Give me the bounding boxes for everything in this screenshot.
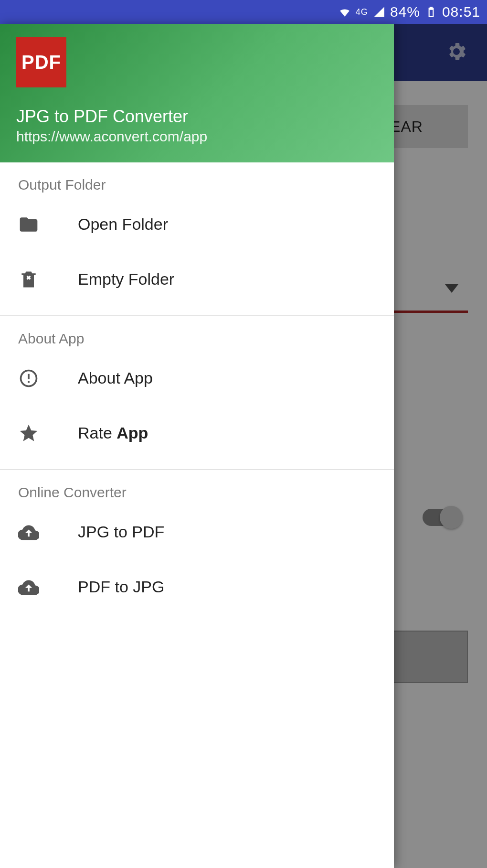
dropdown-caret-icon[interactable]: [445, 284, 458, 293]
section-label-about-app: About App: [0, 331, 394, 351]
network-type: 4G: [356, 7, 368, 17]
app-logo-text: PDF: [21, 52, 61, 73]
menu-item-about-app[interactable]: About App: [0, 351, 394, 406]
clock: 08:51: [442, 4, 480, 20]
section-label-output-folder: Output Folder: [0, 177, 394, 197]
menu-item-label: PDF to JPG: [78, 578, 164, 596]
menu-item-label: Empty Folder: [78, 270, 174, 289]
menu-item-label: About App: [78, 369, 153, 387]
wifi-icon: [339, 6, 351, 18]
section-online-converter: Online Converter JPG to PDF PDF to JPG: [0, 470, 394, 614]
status-bar: 4G 84% 08:51: [0, 0, 487, 24]
battery-icon: [425, 6, 437, 18]
section-output-folder: Output Folder Open Folder Empty Folder: [0, 162, 394, 316]
menu-item-pdf-to-jpg[interactable]: PDF to JPG: [0, 559, 394, 614]
settings-icon[interactable]: [445, 40, 468, 65]
toggle-switch[interactable]: [423, 509, 461, 526]
cloud-upload-icon: [18, 577, 78, 598]
drawer-subtitle: https://www.aconvert.com/app: [16, 129, 378, 145]
app-logo: PDF: [16, 37, 66, 87]
star-icon: [18, 423, 78, 444]
section-about-app: About App About App Rate App: [0, 316, 394, 470]
section-label-online-converter: Online Converter: [0, 484, 394, 504]
drawer-header: PDF JPG to PDF Converter https://www.aco…: [0, 24, 394, 162]
cloud-upload-icon: [18, 522, 78, 543]
drawer-title: JPG to PDF Converter: [16, 107, 378, 127]
menu-item-empty-folder[interactable]: Empty Folder: [0, 252, 394, 307]
menu-item-open-folder[interactable]: Open Folder: [0, 197, 394, 252]
menu-item-jpg-to-pdf[interactable]: JPG to PDF: [0, 504, 394, 559]
menu-item-rate-app[interactable]: Rate App: [0, 406, 394, 461]
menu-item-label: Open Folder: [78, 215, 168, 234]
trash-icon: [18, 269, 78, 290]
battery-percent: 84%: [390, 4, 420, 20]
menu-item-label: JPG to PDF: [78, 523, 164, 541]
folder-icon: [18, 214, 78, 235]
signal-icon: [373, 6, 385, 18]
navigation-drawer: PDF JPG to PDF Converter https://www.aco…: [0, 24, 394, 868]
menu-item-label: Rate App: [78, 424, 148, 442]
info-icon: [18, 368, 78, 389]
